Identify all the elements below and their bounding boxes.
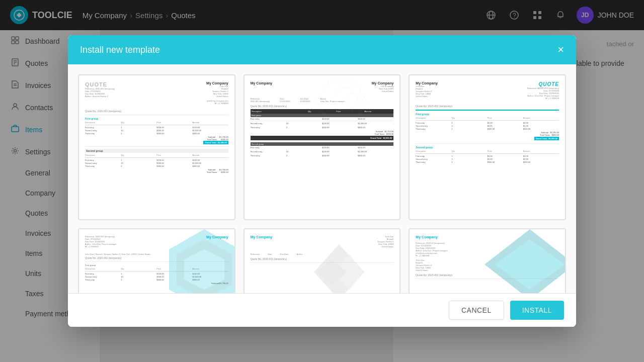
svg-marker-36 bbox=[495, 239, 565, 290]
template-preview-1: QUOTE Reference: 2020-001 (temporary)Dat… bbox=[79, 75, 234, 219]
template-card-6[interactable]: My Company Reference: 2020-00 (temporary… bbox=[409, 228, 566, 293]
template-preview-2: My Company My Company 110 BroadwayNew Yo… bbox=[245, 75, 400, 219]
install-template-modal: Install new template × QUOTE Reference: … bbox=[68, 35, 576, 327]
modal-close-button[interactable]: × bbox=[557, 44, 564, 55]
modal-overlay: Install new template × QUOTE Reference: … bbox=[0, 0, 644, 362]
template-grid: QUOTE Reference: 2020-001 (temporary)Dat… bbox=[78, 74, 566, 293]
template-preview-5: My Company John DoeBioparkJacques Hacker… bbox=[245, 229, 400, 293]
template-preview-3: My Company John DoeBioparkJacques Hacker… bbox=[410, 75, 565, 219]
template-card-1[interactable]: QUOTE Reference: 2020-001 (temporary)Dat… bbox=[78, 74, 235, 220]
template-card-3[interactable]: My Company John DoeBioparkJacques Hacker… bbox=[409, 74, 566, 220]
svg-marker-26 bbox=[316, 80, 367, 123]
template-card-2[interactable]: My Company My Company 110 BroadwayNew Yo… bbox=[244, 74, 401, 220]
modal-header: Install new template × bbox=[68, 35, 576, 64]
template-card-5[interactable]: My Company John DoeBioparkJacques Hacker… bbox=[244, 228, 401, 293]
template-card-4[interactable]: Reference: 2020-001 (temporary)Date: 07/… bbox=[78, 228, 235, 293]
modal-footer: CANCEL INSTALL bbox=[68, 293, 576, 327]
install-button[interactable]: INSTALL bbox=[510, 301, 564, 320]
modal-title: Install new template bbox=[80, 45, 160, 55]
modal-body: QUOTE Reference: 2020-001 (temporary)Dat… bbox=[68, 64, 576, 293]
template-preview-6: My Company Reference: 2020-00 (temporary… bbox=[410, 229, 565, 293]
svg-marker-28 bbox=[345, 93, 363, 108]
template-preview-4: Reference: 2020-001 (temporary)Date: 07/… bbox=[79, 229, 234, 293]
cancel-button[interactable]: CANCEL bbox=[449, 301, 504, 320]
